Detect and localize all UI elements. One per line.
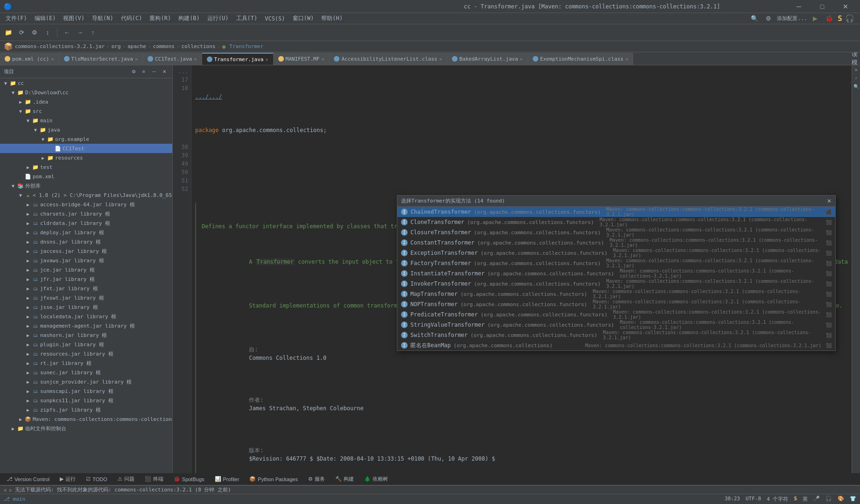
tree-orgexample[interactable]: ▼ 📁 org.example: [0, 134, 172, 144]
tab-close-pomxml[interactable]: ✕: [51, 56, 54, 62]
up-button[interactable]: ↑: [87, 27, 99, 38]
reader-mode-button[interactable]: 阅读模式: [849, 52, 860, 65]
breadcrumb-apache[interactable]: apache: [127, 43, 146, 49]
debug-button[interactable]: 🐞: [824, 13, 835, 24]
tree-resources[interactable]: ▶ 📁 resources: [0, 153, 172, 162]
tree-test[interactable]: ▶ 📁 test: [0, 162, 172, 172]
tree-jar-locale[interactable]: ▶ 🗂 localedata.jar library 根: [0, 312, 172, 321]
editor-content[interactable]: ... 17 18 38 39 49 50 51 52 .../.../: [173, 65, 852, 473]
bottom-tab-pythonpkgs[interactable]: 📦 Python Packages: [245, 474, 303, 485]
ac-item-clone[interactable]: I CloneTransformer (org.apache.commons.c…: [397, 217, 835, 227]
sidebar-settings-button[interactable]: ⚙: [129, 68, 138, 76]
tab-close-accessibility[interactable]: ✕: [439, 56, 442, 62]
breadcrumb-commons[interactable]: commons: [153, 43, 175, 49]
breadcrumb-transformer[interactable]: Transformer: [229, 43, 263, 49]
menu-refactor[interactable]: 重构(R): [146, 13, 175, 24]
project-toggle-button[interactable]: 📁: [3, 27, 14, 38]
bottom-tab-deptree[interactable]: 🌲 依赖树: [360, 474, 393, 485]
tab-cc1test[interactable]: CC1Test.java ✕: [143, 53, 202, 65]
tree-jar-sunmscapi[interactable]: ▶ 🗂 sunmscapi.jar library 根: [0, 386, 172, 396]
tab-pomxml[interactable]: pom.xml (cc) ✕: [0, 53, 59, 65]
tree-jar-jfxswt[interactable]: ▶ 🗂 jfxswt.jar library 根: [0, 293, 172, 302]
bottom-tab-services[interactable]: ⚙ 服务: [303, 474, 330, 485]
tree-jar-plugin[interactable]: ▶ 🗂 plugin.jar library 根: [0, 340, 172, 349]
close-button[interactable]: ✕: [835, 0, 856, 13]
tree-src[interactable]: ▼ 📁 src: [0, 106, 172, 116]
menu-navigate[interactable]: 导航(N): [88, 13, 117, 24]
nav-link[interactable]: .../.../: [195, 92, 852, 101]
tab-close-baked[interactable]: ✕: [520, 56, 523, 62]
tree-java[interactable]: ▼ 📁 java: [0, 125, 172, 134]
tab-manifest[interactable]: MANIFEST.MF ✕: [274, 53, 330, 65]
ac-item-invoker[interactable]: I InvokerTransformer (org.apache.commons…: [397, 279, 835, 289]
menu-view[interactable]: 视图(V): [59, 13, 88, 24]
tree-jar-resources[interactable]: ▶ 🗂 resources.jar library 根: [0, 349, 172, 358]
tab-close-manifest[interactable]: ✕: [321, 56, 324, 62]
tree-jar-management[interactable]: ▶ 🗂 management-agent.jar library 根: [0, 321, 172, 330]
bottom-tab-run[interactable]: ▶ 运行: [55, 474, 80, 485]
breadcrumb-collections[interactable]: collections: [182, 43, 216, 49]
ac-item-exception[interactable]: I ExceptionTransformer (org.apache.commo…: [397, 248, 835, 258]
menu-code[interactable]: 代码(C): [117, 13, 146, 24]
menu-file[interactable]: 文件(F): [2, 13, 31, 24]
tree-jar-jce[interactable]: ▶ 🗂 jce.jar library 根: [0, 265, 172, 274]
sync-button[interactable]: ⟳: [16, 27, 27, 38]
bottom-tab-spotbugs[interactable]: 🐞 SpotBugs: [169, 474, 209, 485]
tree-jdk[interactable]: ▼ ☕ < 1.8 (2) > C:\Program Files\Java\jd…: [0, 190, 172, 200]
tree-jar-cldr[interactable]: ▶ 🗂 cldrdata.jar library 根: [0, 218, 172, 228]
right-btn-3[interactable]: 🔍: [853, 84, 860, 91]
settings2-button[interactable]: ⚙: [29, 27, 40, 38]
tree-jar-javaws[interactable]: ▶ 🗂 javaws.jar library 根: [0, 256, 172, 265]
ac-item-instantiate[interactable]: I InstantiateTransformer (org.apache.com…: [397, 268, 835, 279]
autocomplete-close-button[interactable]: ✕: [827, 198, 832, 204]
tree-temp[interactable]: ▶ 📁 临时文件和控制台: [0, 424, 172, 433]
maximize-button[interactable]: □: [811, 0, 833, 13]
tree-download[interactable]: ▼ 📁 D:\Download\cc: [0, 88, 172, 97]
ac-item-stringvalue[interactable]: I StringValueTransformer (org.apache.com…: [397, 320, 835, 330]
tab-transformer[interactable]: Transformer.java ✕: [202, 53, 274, 65]
breadcrumb-org[interactable]: org: [112, 43, 121, 49]
tab-accessibility[interactable]: AccessibilityListenerList.class ✕: [329, 53, 447, 65]
tree-external[interactable]: ▼ 📚 外部库: [0, 181, 172, 190]
tree-jar-jsse[interactable]: ▶ 🗂 jsse.jar library 根: [0, 302, 172, 312]
lang-switch[interactable]: 英: [803, 496, 808, 503]
bottom-tab-todo[interactable]: ☑ TODO: [81, 474, 112, 485]
sidebar-minimize-button[interactable]: ─: [150, 68, 158, 76]
tree-jar-deploy[interactable]: ▶ 🗂 deploy.jar library 根: [0, 228, 172, 237]
tree-pomxml[interactable]: 📄 pom.xml: [0, 172, 172, 181]
tree-jar-zipfs[interactable]: ▶ 🗂 zipfs.jar library 根: [0, 405, 172, 414]
right-btn-1[interactable]: ≡: [853, 67, 860, 75]
ac-item-closure[interactable]: I ClosureTransformer (org.apache.commons…: [397, 227, 835, 238]
sidebar-close-button[interactable]: ✕: [160, 68, 169, 76]
tab-bakedarraylist[interactable]: BakedArrayList.java ✕: [447, 53, 528, 65]
tree-jar-charsets[interactable]: ▶ 🗂 charsets.jar library 根: [0, 209, 172, 218]
tab-close-exemption[interactable]: ✕: [625, 56, 628, 62]
tab-close-cc1[interactable]: ✕: [194, 56, 197, 62]
run-button[interactable]: ▶: [810, 13, 821, 24]
tree-jar-jfr[interactable]: ▶ 🗂 jfr.jar library 根: [0, 274, 172, 284]
ac-item-factory[interactable]: I FactoryTransformer (org.apache.commons…: [397, 258, 835, 268]
tab-close-tls[interactable]: ✕: [135, 56, 138, 62]
bottom-tab-problems[interactable]: ⚠ 问题: [113, 474, 139, 485]
tree-jar-rt[interactable]: ▶ 🗂 rt.jar library 根: [0, 358, 172, 368]
tree-jar-sunjce[interactable]: ▶ 🗂 sunjce_provider.jar library 根: [0, 377, 172, 386]
tree-main[interactable]: ▼ 📁 main: [0, 116, 172, 125]
tree-maven[interactable]: ▶ 📦 Maven: commons-collections:commons-c…: [0, 414, 172, 424]
tree-idea[interactable]: ▶ 📁 .idea: [0, 97, 172, 106]
forward-button[interactable]: →: [74, 27, 85, 38]
bottom-tab-profiler[interactable]: 📊 Profiler: [210, 474, 244, 485]
right-btn-2[interactable]: ⚡: [853, 76, 860, 83]
tree-jar-nashorn[interactable]: ▶ 🗂 nashorn.jar library 根: [0, 330, 172, 340]
ac-item-constant[interactable]: I ConstantTransformer (org.apache.common…: [397, 238, 835, 248]
settings-button[interactable]: ⚙: [763, 13, 774, 24]
expand-button[interactable]: ↕: [42, 27, 53, 38]
menu-build[interactable]: 构建(B): [175, 13, 204, 24]
tab-exemption[interactable]: ExemptionMechanismSpi.class ✕: [528, 53, 634, 65]
menu-tools[interactable]: 工具(T): [233, 13, 261, 24]
menu-edit[interactable]: 编辑(E): [31, 13, 60, 24]
ac-item-predicate[interactable]: I PredicateTransformer (org.apache.commo…: [397, 309, 835, 320]
search-everywhere-button[interactable]: 🔍: [749, 13, 760, 24]
back-button[interactable]: ←: [61, 27, 72, 38]
tree-cc1test[interactable]: 📄 CC1Test: [0, 144, 172, 153]
bottom-tab-build[interactable]: 🔨 构建: [331, 474, 359, 485]
